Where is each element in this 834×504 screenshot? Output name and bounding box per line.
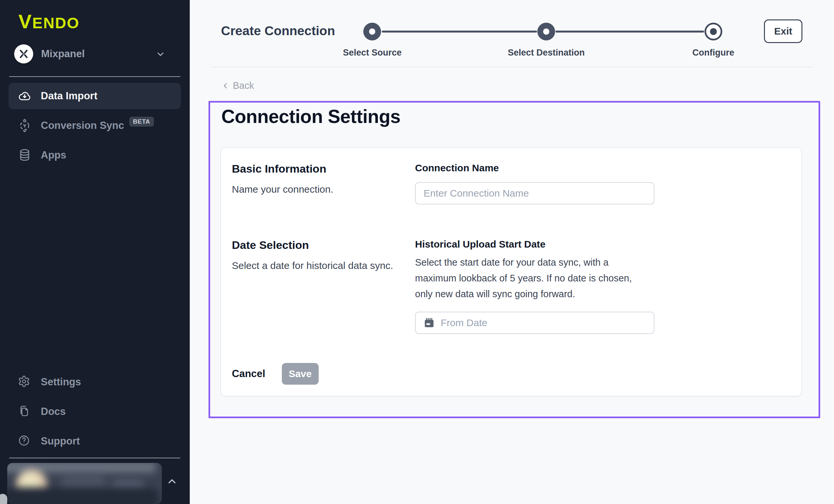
- chevron-down-icon: [156, 49, 166, 59]
- database-icon: [18, 148, 31, 162]
- sidebar-nav: Data Import Conversion Sync BETA: [8, 83, 181, 172]
- workspace-name: Mixpanel: [41, 48, 85, 60]
- start-date-label: Historical Upload Start Date: [415, 239, 546, 249]
- sidebar-item-data-import[interactable]: Data Import: [8, 83, 181, 109]
- sync-arrows-icon: [18, 119, 31, 132]
- step-label: Select Destination: [508, 48, 585, 58]
- sidebar-item-label: Docs: [41, 406, 66, 418]
- settings-card: Basic Information Name your connection. …: [220, 147, 802, 396]
- step-label: Select Source: [343, 48, 402, 58]
- cancel-button[interactable]: Cancel: [232, 368, 265, 380]
- gear-icon: [18, 375, 31, 389]
- header-divider: [211, 67, 813, 67]
- exit-button[interactable]: Exit: [764, 19, 803, 43]
- sidebar-item-docs[interactable]: Docs: [8, 401, 181, 422]
- basic-information-section: Basic Information Name your connection. …: [221, 148, 802, 218]
- sidebar-divider: [9, 76, 180, 77]
- start-date-description: Select the start date for your data sync…: [415, 255, 645, 302]
- sidebar-divider: [9, 458, 180, 458]
- chevron-up-icon[interactable]: [166, 475, 178, 487]
- corner-chip: [0, 494, 7, 504]
- connection-name-input[interactable]: [415, 182, 655, 204]
- back-label: Back: [233, 80, 254, 91]
- section-title: Basic Information: [232, 162, 415, 175]
- sidebar-item-support[interactable]: Support: [8, 431, 181, 452]
- sidebar-item-label: Support: [41, 435, 80, 447]
- beta-badge: BETA: [129, 117, 154, 127]
- sidebar-item-label: Data Import: [41, 90, 97, 102]
- step-label: Configure: [692, 48, 734, 58]
- back-link[interactable]: Back: [221, 80, 254, 91]
- workspace-selector[interactable]: Mixpanel: [14, 43, 180, 64]
- step-configure[interactable]: Configure: [692, 23, 734, 58]
- user-profile-blur-content: [7, 463, 162, 504]
- sidebar-item-conversion-sync[interactable]: Conversion Sync BETA: [8, 112, 181, 139]
- sidebar-item-settings[interactable]: Settings: [8, 372, 181, 393]
- date-input-wrapper: [415, 312, 655, 334]
- section-title: Date Selection: [232, 239, 415, 251]
- step-dot-current-icon: [704, 23, 722, 40]
- date-selection-section: Date Selection Select a date for histori…: [221, 218, 802, 350]
- panel-title: Connection Settings: [221, 106, 400, 127]
- section-description: Name your connection.: [232, 184, 415, 195]
- sidebar-item-label: Conversion Sync: [41, 120, 124, 132]
- document-copy-icon: [18, 405, 31, 418]
- form-actions: Cancel Save: [221, 350, 802, 397]
- cloud-download-icon: [18, 89, 31, 103]
- connection-name-label: Connection Name: [415, 162, 499, 173]
- save-button[interactable]: Save: [282, 363, 319, 385]
- sidebar-item-label: Settings: [41, 376, 81, 388]
- connection-settings-panel: Connection Settings Basic Information Na…: [208, 101, 820, 418]
- step-dot-complete-icon: [364, 23, 381, 40]
- from-date-input[interactable]: [415, 312, 655, 334]
- step-select-source[interactable]: Select Source: [343, 23, 402, 58]
- mixpanel-logo-icon: [14, 44, 33, 63]
- page-title: Create Connection: [221, 24, 335, 38]
- step-select-destination[interactable]: Select Destination: [508, 23, 585, 58]
- sidebar-item-label: Apps: [41, 149, 66, 161]
- sidebar-footer-nav: Settings Docs Support: [8, 372, 181, 460]
- sidebar-item-apps[interactable]: Apps: [8, 142, 181, 168]
- user-profile-blurred[interactable]: [7, 463, 162, 504]
- sidebar: VENDO Mixpanel Data Import: [0, 0, 190, 504]
- step-dot-complete-icon: [537, 23, 555, 40]
- vendo-logo: VENDO: [18, 11, 80, 34]
- chevron-left-icon: [221, 82, 229, 90]
- section-description: Select a date for historical data sync.: [232, 260, 415, 271]
- question-circle-icon: [18, 434, 31, 448]
- main-content: Create Connection Select Source Select D…: [190, 0, 834, 504]
